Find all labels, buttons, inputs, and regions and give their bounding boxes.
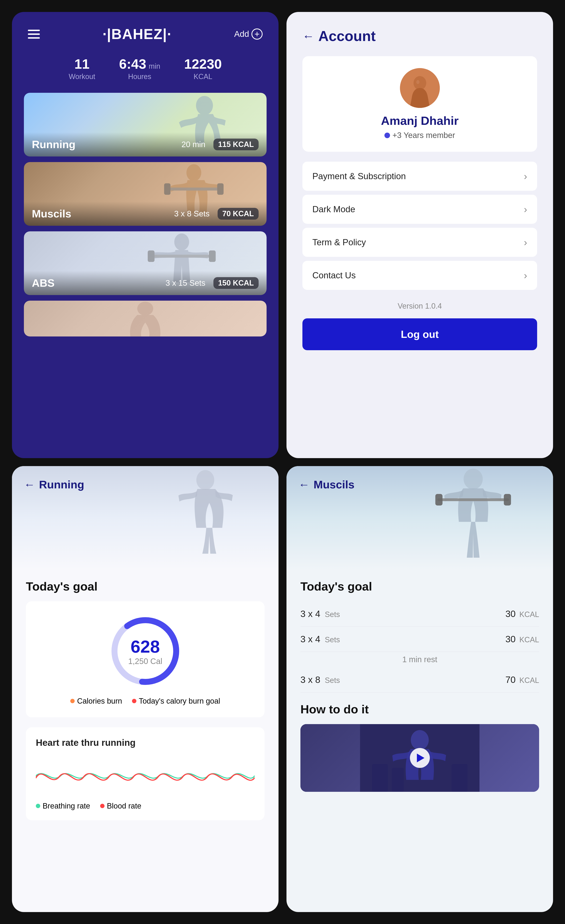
- svg-rect-23: [392, 768, 404, 792]
- running-hero: ← Running: [12, 466, 279, 570]
- badge-dot-icon: [384, 133, 390, 138]
- svg-point-1: [186, 164, 201, 181]
- muscils-info: Muscils 3 x 8 Sets 70 KCAL: [24, 201, 267, 226]
- chevron-right-icon: ›: [524, 237, 527, 248]
- play-button[interactable]: [410, 748, 430, 768]
- svg-point-16: [463, 469, 483, 489]
- svg-rect-24: [452, 764, 468, 792]
- video-thumbnail[interactable]: [300, 724, 539, 792]
- running-content: Today's goal 628 1,250 Cal Calories burn: [12, 570, 279, 830]
- svg-rect-8: [209, 250, 216, 262]
- hours-stat: 6:43 min Houres: [119, 56, 160, 81]
- svg-rect-3: [164, 183, 171, 195]
- heart-rate-chart: [36, 756, 255, 796]
- workout-stat: 11 Workout: [69, 56, 95, 81]
- chevron-right-icon: ›: [524, 204, 527, 215]
- calorie-legend: Calories burn Today's calory burn goal: [38, 697, 253, 705]
- play-icon: [417, 754, 424, 762]
- goal-list: 3 x 4 Sets 30 KCAL 3 x 4 Sets 30 KCAL 1 …: [300, 601, 539, 693]
- breathing-rate-legend: Breathing rate: [36, 802, 90, 810]
- heart-rate-section: Heart rate thru running Breathing rate B…: [26, 727, 265, 820]
- chevron-right-icon: ›: [524, 170, 527, 182]
- calory-goal-legend: Today's calory burn goal: [132, 697, 220, 705]
- heart-rate-title: Heart rate thru running: [36, 737, 255, 748]
- svg-point-12: [416, 80, 420, 84]
- add-button[interactable]: Add +: [234, 28, 262, 40]
- kcal-stat: 12230 KCAL: [184, 56, 222, 81]
- account-header: ← Account: [303, 28, 537, 44]
- hamburger-menu[interactable]: [28, 30, 40, 39]
- workout-card-abs[interactable]: ABS 3 x 15 Sets 150 KCAL: [24, 231, 267, 295]
- svg-rect-18: [435, 494, 442, 506]
- blood-rate-legend: Blood rate: [100, 802, 141, 810]
- svg-point-13: [196, 470, 214, 490]
- account-title: Account: [318, 28, 376, 44]
- calorie-donut: 628 1,250 Cal: [108, 613, 183, 689]
- how-to-title: How to do it: [300, 702, 539, 716]
- profile-badge: +3 Years member: [314, 131, 525, 140]
- svg-rect-4: [217, 183, 223, 195]
- version-text: Version 1.0.4: [303, 302, 537, 310]
- donut-center: 628 1,250 Cal: [128, 636, 162, 666]
- menu-item-contact[interactable]: Contact Us ›: [303, 261, 537, 290]
- workout-list: Running 20 min 115 KCAL Muscils: [12, 93, 279, 348]
- todays-goal-title: Today's goal: [26, 580, 265, 593]
- running-back-button[interactable]: ← Running: [24, 478, 84, 491]
- svg-rect-17: [437, 498, 509, 501]
- account-panel: ← Account Amanj Dhahir +3 Years member P…: [286, 12, 553, 458]
- goal-row-3: 3 x 8 Sets 70 KCAL: [300, 667, 539, 693]
- svg-rect-19: [504, 494, 511, 506]
- logout-button[interactable]: Log out: [303, 318, 537, 350]
- muscils-goal-title: Today's goal: [300, 580, 539, 593]
- muscils-detail-panel: ← Muscils Today's goal 3 x 4 Sets 30 KCA…: [286, 466, 553, 912]
- menu-list: Payment & Subscription › Dark Mode › Ter…: [303, 162, 537, 290]
- stats-bar: 11 Workout 6:43 min Houres 12230 KCAL: [12, 50, 279, 93]
- muscils-hero: ← Muscils: [286, 466, 553, 570]
- orange-dot-icon: [70, 699, 75, 703]
- menu-item-policy[interactable]: Term & Policy ›: [303, 228, 537, 257]
- back-button[interactable]: ←: [303, 29, 314, 43]
- app-header: ·|BAHEZ|· Add +: [12, 12, 279, 50]
- hr-legend: Breathing rate Blood rate: [36, 802, 255, 810]
- goal-row-1: 3 x 4 Sets 30 KCAL: [300, 601, 539, 627]
- svg-point-9: [137, 302, 153, 316]
- muscils-content: Today's goal 3 x 4 Sets 30 KCAL 3 x 4 Se…: [286, 570, 553, 802]
- running-detail-panel: ← Running Today's goal 628 1,250 Cal: [12, 466, 279, 912]
- fitness-home-panel: ·|BAHEZ|· Add + 11 Workout 6:43 min Hour…: [12, 12, 279, 458]
- add-circle-icon: +: [252, 28, 262, 40]
- green-dot-icon: [36, 804, 40, 808]
- calories-burn-legend: Calories burn: [70, 697, 122, 705]
- svg-point-0: [196, 96, 213, 115]
- red-dot-icon: [132, 699, 136, 703]
- svg-rect-7: [148, 250, 154, 262]
- svg-point-5: [174, 234, 189, 250]
- avatar: [400, 68, 440, 108]
- goal-row-2: 3 x 4 Sets 30 KCAL: [300, 627, 539, 652]
- svg-rect-22: [372, 764, 388, 792]
- muscils-back-button[interactable]: ← Muscils: [298, 478, 354, 491]
- svg-rect-2: [166, 188, 221, 190]
- menu-item-darkmode[interactable]: Dark Mode ›: [303, 195, 537, 224]
- calorie-card: 628 1,250 Cal Calories burn Today's calo…: [26, 601, 265, 717]
- svg-rect-6: [150, 255, 213, 258]
- svg-point-11: [414, 76, 426, 90]
- profile-card: Amanj Dhahir +3 Years member: [303, 56, 537, 152]
- workout-card-muscils[interactable]: Muscils 3 x 8 Sets 70 KCAL: [24, 162, 267, 226]
- chevron-right-icon: ›: [524, 270, 527, 281]
- profile-name: Amanj Dhahir: [314, 114, 525, 128]
- menu-item-payment[interactable]: Payment & Subscription ›: [303, 162, 537, 191]
- app-logo: ·|BAHEZ|·: [102, 26, 171, 42]
- running-info: Running 20 min 115 KCAL: [24, 132, 267, 156]
- red-dot-icon: [100, 804, 105, 808]
- rest-badge: 1 min rest: [300, 652, 539, 667]
- workout-card-extra[interactable]: [24, 301, 267, 336]
- workout-card-running[interactable]: Running 20 min 115 KCAL: [24, 93, 267, 156]
- svg-point-21: [411, 730, 429, 750]
- abs-info: ABS 3 x 15 Sets 150 KCAL: [24, 271, 267, 295]
